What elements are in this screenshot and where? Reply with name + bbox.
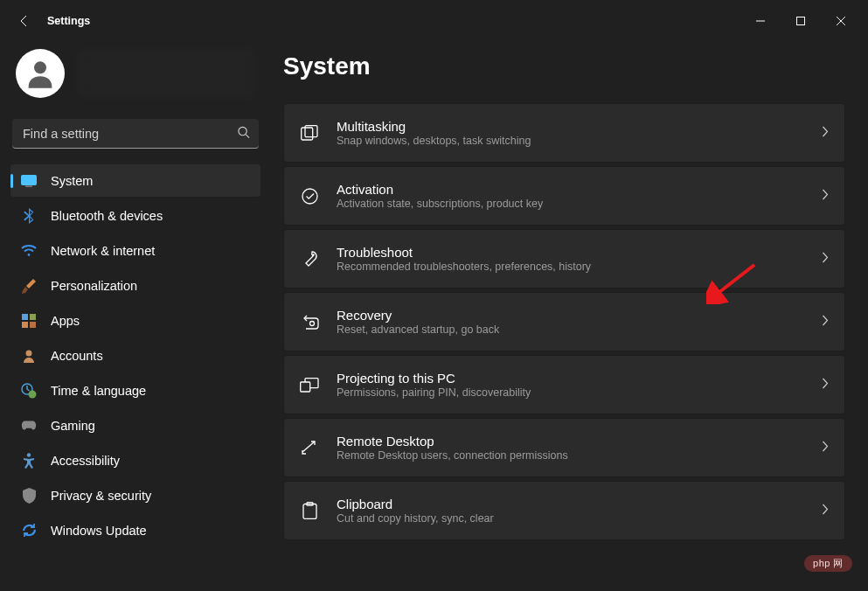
sidebar-item-label: Gaming <box>51 419 95 433</box>
sidebar-item-privacy[interactable]: Privacy & security <box>10 479 260 511</box>
maximize-icon <box>796 17 805 25</box>
setting-subtitle: Snap windows, desktops, task switching <box>337 135 804 147</box>
sidebar-item-accessibility[interactable]: Accessibility <box>10 444 260 476</box>
wrench-icon <box>300 250 319 268</box>
svg-rect-25 <box>303 504 316 519</box>
avatar <box>16 49 65 98</box>
brush-icon <box>21 278 37 294</box>
setting-remote-desktop[interactable]: Remote Desktop Remote Desktop users, con… <box>283 418 845 477</box>
setting-subtitle: Activation state, subscriptions, product… <box>337 198 804 210</box>
search-input[interactable] <box>12 119 259 149</box>
sidebar-item-label: System <box>51 174 93 188</box>
setting-subtitle: Permissions, pairing PIN, discoverabilit… <box>337 386 804 399</box>
bluetooth-icon <box>21 208 37 224</box>
sidebar-item-accounts[interactable]: Accounts <box>10 339 260 372</box>
clock-globe-icon <box>21 383 37 399</box>
sidebar-item-label: Network & internet <box>51 244 155 258</box>
setting-recovery[interactable]: Recovery Reset, advanced startup, go bac… <box>283 292 845 351</box>
page-title: System <box>283 52 845 80</box>
setting-title: Clipboard <box>337 497 804 511</box>
accessibility-icon <box>21 453 37 469</box>
chevron-right-icon <box>822 188 829 204</box>
maximize-button[interactable] <box>781 7 821 35</box>
svg-rect-24 <box>301 382 310 392</box>
setting-subtitle: Recommended troubleshooters, preferences… <box>337 261 804 273</box>
svg-rect-7 <box>22 175 37 184</box>
app-title: Settings <box>47 15 90 27</box>
sidebar-item-apps[interactable]: Apps <box>10 304 260 337</box>
svg-point-5 <box>239 127 247 135</box>
sidebar-item-gaming[interactable]: Gaming <box>10 409 260 442</box>
watermark: php 网 <box>804 555 852 572</box>
chevron-right-icon <box>822 377 829 393</box>
chevron-right-icon <box>822 503 829 518</box>
main-content: System Multitasking Snap windows, deskto… <box>271 42 868 591</box>
close-button[interactable] <box>821 7 861 35</box>
sidebar-nav: System Bluetooth & devices Network & int… <box>10 164 260 546</box>
setting-subtitle: Remote Desktop users, connection permiss… <box>337 449 804 462</box>
setting-title: Projecting to this PC <box>337 371 804 386</box>
chevron-right-icon <box>822 440 829 455</box>
svg-rect-11 <box>30 314 36 320</box>
gamepad-icon <box>21 418 37 434</box>
sidebar-item-network[interactable]: Network & internet <box>10 234 260 267</box>
svg-point-17 <box>27 453 31 456</box>
back-button[interactable] <box>7 3 42 38</box>
setting-activation[interactable]: Activation Activation state, subscriptio… <box>283 166 845 226</box>
svg-point-4 <box>34 61 46 73</box>
apps-icon <box>21 313 37 329</box>
svg-point-22 <box>309 321 314 325</box>
minimize-icon <box>756 17 765 25</box>
sidebar-item-label: Time & language <box>51 384 146 398</box>
sidebar-item-time-language[interactable]: Time & language <box>10 374 260 407</box>
sidebar-item-windows-update[interactable]: Windows Update <box>10 514 260 546</box>
setting-title: Recovery <box>337 308 804 323</box>
clipboard-icon <box>300 502 319 519</box>
setting-clipboard[interactable]: Clipboard Cut and copy history, sync, cl… <box>283 481 845 540</box>
svg-point-9 <box>28 254 31 256</box>
setting-multitasking[interactable]: Multitasking Snap windows, desktops, tas… <box>283 103 845 163</box>
sidebar-item-label: Privacy & security <box>51 489 151 503</box>
svg-line-6 <box>246 135 249 138</box>
monitor-icon <box>21 173 37 189</box>
chevron-right-icon <box>822 125 829 141</box>
chevron-right-icon <box>822 314 829 330</box>
project-icon <box>300 378 319 393</box>
sidebar-item-system[interactable]: System <box>10 164 260 197</box>
person-icon <box>21 348 37 364</box>
setting-title: Troubleshoot <box>337 245 804 260</box>
setting-title: Activation <box>337 182 804 197</box>
svg-rect-8 <box>25 185 32 186</box>
multitask-icon <box>300 125 319 141</box>
sidebar-item-label: Accessibility <box>51 454 120 468</box>
sidebar-item-bluetooth[interactable]: Bluetooth & devices <box>10 199 260 232</box>
remote-icon <box>300 440 319 455</box>
shield-icon <box>21 488 37 504</box>
sidebar-item-personalization[interactable]: Personalization <box>10 269 260 302</box>
sidebar-item-label: Apps <box>51 314 80 328</box>
minimize-button[interactable] <box>740 7 781 35</box>
svg-rect-10 <box>22 314 28 320</box>
svg-point-21 <box>312 254 315 256</box>
wifi-icon <box>21 243 37 259</box>
setting-troubleshoot[interactable]: Troubleshoot Recommended troubleshooters… <box>283 229 845 289</box>
svg-point-16 <box>29 390 37 398</box>
sidebar-item-label: Bluetooth & devices <box>51 209 163 223</box>
sidebar: System Bluetooth & devices Network & int… <box>0 42 271 591</box>
svg-point-20 <box>302 189 317 204</box>
svg-rect-13 <box>30 322 36 328</box>
window-controls <box>740 7 861 35</box>
close-icon <box>837 17 845 25</box>
setting-title: Multitasking <box>337 119 804 134</box>
titlebar: Settings <box>0 0 868 42</box>
search-box <box>12 119 259 149</box>
chevron-right-icon <box>822 251 829 267</box>
setting-title: Remote Desktop <box>337 434 804 448</box>
setting-projecting[interactable]: Projecting to this PC Permissions, pairi… <box>283 355 845 414</box>
svg-point-14 <box>26 350 32 356</box>
sidebar-item-label: Windows Update <box>51 524 147 538</box>
profile-section[interactable] <box>10 42 260 115</box>
sidebar-item-label: Personalization <box>51 279 137 293</box>
setting-subtitle: Reset, advanced startup, go back <box>337 323 804 336</box>
recovery-icon <box>300 315 319 330</box>
